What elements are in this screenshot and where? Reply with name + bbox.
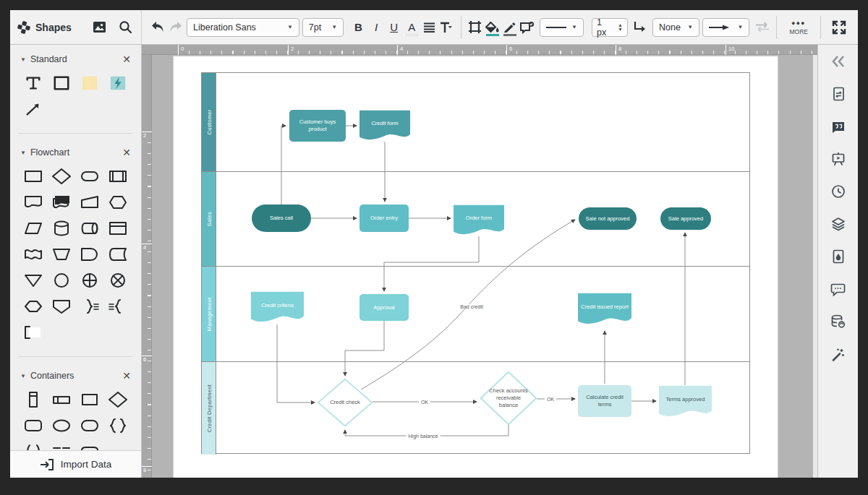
connector-style-button[interactable] [632, 17, 650, 38]
shape-or-icon[interactable] [79, 271, 101, 290]
shape-hotspot-icon[interactable] [107, 74, 129, 92]
shape-off-page-connector-icon[interactable] [51, 297, 72, 316]
shape-decision-icon[interactable] [51, 167, 72, 186]
shape-database-icon[interactable] [51, 219, 72, 238]
image-icon[interactable] [90, 17, 108, 38]
shape-display-icon[interactable] [107, 245, 129, 264]
shape-preparation-icon[interactable] [107, 193, 129, 212]
node-approval[interactable]: Approval [359, 294, 409, 321]
node-calculate-credit-terms[interactable]: Calculate credit terms [578, 385, 631, 417]
collapse-triangle-icon[interactable]: ▼ [20, 56, 26, 63]
undo-button[interactable] [149, 17, 166, 38]
line-style-select[interactable]: ▼ [540, 18, 584, 37]
node-sales-call[interactable]: Sales call [252, 205, 311, 232]
shape-frame-button[interactable] [467, 17, 484, 38]
collapse-panel-icon[interactable] [830, 53, 846, 69]
shape-merge-icon[interactable] [22, 271, 44, 290]
line-color-button[interactable] [501, 17, 519, 38]
node-customer-buys-product[interactable]: Customer buys product [289, 110, 346, 142]
shape-document-icon[interactable] [22, 193, 44, 212]
collapse-triangle-icon[interactable]: ▼ [20, 150, 26, 156]
container-diamond-icon[interactable] [107, 390, 129, 409]
lane-management-header[interactable]: Management [202, 267, 216, 361]
more-button[interactable]: ••• MORE [789, 20, 808, 35]
italic-button[interactable]: I [367, 17, 386, 38]
font-size-select[interactable]: 7pt ▼ [302, 18, 344, 37]
node-credit-check[interactable]: Credit check [318, 379, 373, 426]
node-sale-not-approved[interactable]: Sale not approved [579, 207, 637, 230]
redo-button[interactable] [166, 17, 184, 38]
line-width-stepper[interactable]: 1 px ▲▼ [592, 18, 628, 37]
shape-rectangle-icon[interactable] [51, 74, 72, 92]
close-icon[interactable]: ✕ [122, 370, 131, 382]
container-ellipse-icon[interactable] [51, 416, 72, 435]
close-icon[interactable]: ✕ [122, 147, 131, 158]
collapse-triangle-icon[interactable]: ▼ [20, 373, 26, 379]
line-start-select[interactable]: None ▼ [652, 18, 699, 37]
shape-delay-icon[interactable] [79, 245, 101, 264]
shape-terminator-icon[interactable] [79, 167, 101, 186]
canvas-area[interactable]: 0 2 4 6 8 10 2 4 6 8 Customer Sal [142, 45, 817, 478]
comments-icon[interactable] [830, 281, 846, 297]
page-style-icon[interactable] [830, 249, 846, 264]
text-options-button[interactable] [438, 17, 456, 38]
history-icon[interactable] [830, 184, 846, 199]
document-settings-icon[interactable] [830, 86, 846, 102]
container-rounded-icon[interactable] [22, 416, 44, 435]
container-rectangle-icon[interactable] [79, 390, 101, 409]
bold-button[interactable]: B [349, 17, 367, 38]
lane-credit-department-header[interactable]: Credit Department [202, 362, 216, 455]
shape-text-icon[interactable] [22, 74, 44, 92]
shape-direct-access-icon[interactable] [79, 219, 101, 238]
shapes-button[interactable]: Shapes [17, 21, 72, 34]
shape-multi-document-icon[interactable] [51, 193, 72, 212]
node-check-accounts-receivable-balance[interactable]: Check accounts receivable balance [480, 371, 537, 425]
node-credit-issued-report[interactable]: Credit issued report [578, 293, 631, 327]
shape-loop-limit-icon[interactable] [22, 297, 44, 316]
document-page[interactable]: Customer Sales Management Credit Departm… [174, 56, 778, 478]
shape-internal-storage-icon[interactable] [107, 219, 129, 238]
shape-brace-left-icon[interactable] [107, 297, 129, 316]
lane-sales-header[interactable]: Sales [202, 172, 216, 266]
shape-process-icon[interactable] [22, 167, 44, 186]
shape-sticky-note-icon[interactable] [79, 74, 101, 92]
node-sale-approved[interactable]: Sale approved [660, 207, 711, 230]
shape-brace-right-icon[interactable] [79, 297, 101, 316]
shape-manual-input-icon[interactable] [79, 193, 101, 212]
present-slides-icon[interactable] [830, 151, 846, 167]
lane-customer-header[interactable]: Customer [202, 73, 216, 171]
close-icon[interactable]: ✕ [122, 53, 131, 65]
line-end-select[interactable]: ▼ [702, 18, 749, 37]
swap-endpoints-button[interactable] [754, 17, 771, 38]
magic-wand-icon[interactable] [830, 346, 846, 362]
shape-summing-junction-icon[interactable] [107, 271, 129, 290]
node-terms-approved[interactable]: Terms approved [659, 385, 712, 420]
shape-data-icon[interactable] [22, 219, 44, 238]
underline-button[interactable]: U [385, 17, 403, 38]
container-curly-braces-icon[interactable] [107, 416, 129, 435]
container-horizontal-icon[interactable] [51, 390, 72, 409]
fill-color-button[interactable] [484, 17, 501, 38]
container-pill-icon[interactable] [79, 416, 101, 435]
shape-manual-operation-icon[interactable] [51, 245, 72, 264]
import-data-button[interactable]: Import Data [10, 450, 141, 478]
data-linking-icon[interactable] [830, 314, 846, 330]
node-order-form[interactable]: Order form [454, 205, 504, 238]
font-color-button[interactable]: A [403, 17, 421, 38]
container-vertical-icon[interactable] [22, 390, 44, 409]
search-icon[interactable] [116, 17, 134, 38]
font-family-select[interactable]: Liberation Sans ▼ [187, 18, 299, 37]
shape-arrow-icon[interactable] [22, 100, 44, 119]
node-order-entry[interactable]: Order entry [359, 205, 409, 232]
layers-icon[interactable] [830, 216, 846, 232]
node-credit-form[interactable]: Credit form [359, 110, 410, 143]
shape-predefined-process-icon[interactable] [107, 167, 129, 186]
shape-paper-tape-icon[interactable] [22, 245, 44, 264]
lane-customer[interactable]: Customer [202, 73, 749, 172]
notes-icon[interactable] [830, 119, 846, 134]
shape-connector-icon[interactable] [51, 271, 72, 290]
fullscreen-button[interactable] [830, 17, 848, 38]
text-align-button[interactable] [421, 17, 438, 38]
node-credit-criteria[interactable]: Credit criteria [251, 291, 304, 325]
conditional-format-button[interactable] [519, 17, 536, 38]
